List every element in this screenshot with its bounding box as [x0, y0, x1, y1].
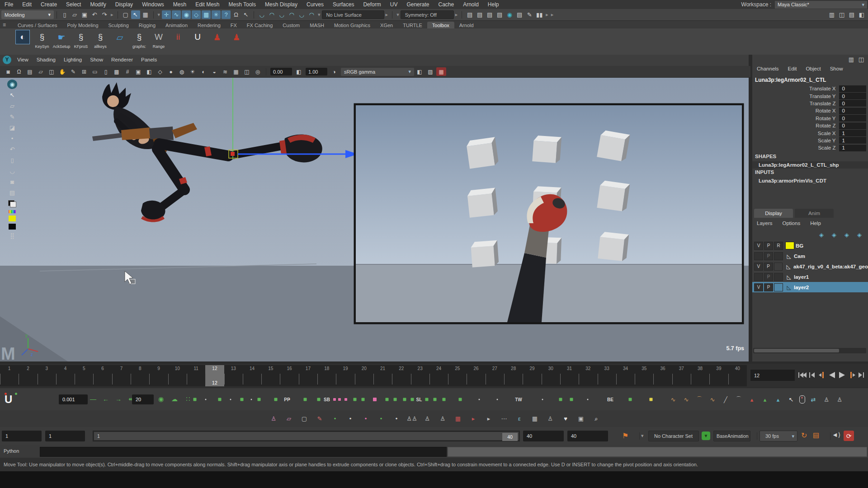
ease-curve-3-icon[interactable]: ⌒ [695, 395, 704, 404]
track-marker[interactable] [434, 398, 437, 401]
select-component-icon[interactable]: ▦ [141, 10, 150, 19]
key-teal-icon[interactable]: ▴ [774, 395, 783, 404]
character-set-field[interactable]: No Character Set [648, 431, 699, 441]
playback-end-field[interactable]: 40 [523, 431, 564, 441]
layer-name[interactable]: layer2 [794, 285, 809, 290]
pmenu-item-renderer[interactable]: Renderer [107, 57, 137, 62]
xray-icon[interactable]: ◫ [242, 67, 252, 76]
attr-value-field[interactable]: 1 [839, 145, 866, 151]
menu-item-modify[interactable]: Modify [85, 1, 110, 8]
timeline-frame-31[interactable]: 31 [560, 365, 579, 386]
snap-mesh-icon[interactable]: ✳ [212, 10, 221, 19]
motion-blur-icon[interactable]: ≋ [220, 67, 230, 76]
animation-end-field[interactable]: 40 [567, 431, 608, 441]
timeline-frame-2[interactable]: 2 [19, 365, 37, 386]
track-marker[interactable] [193, 398, 197, 401]
menu-item-curves[interactable]: Curves [302, 1, 328, 8]
magnet-icon[interactable]: ◡ [7, 166, 17, 176]
person-b-icon[interactable]: ♙ [835, 395, 844, 404]
shelf-item-sphere-tool[interactable]: ◐ [14, 30, 32, 49]
timeline-frame-20[interactable]: 20 [355, 365, 373, 386]
toggle-toolbox-icon[interactable]: ◫ [837, 10, 846, 19]
attr-value-field[interactable]: 1 [839, 130, 866, 136]
menu-item-mesh-tools[interactable]: Mesh Tools [224, 1, 260, 8]
tag-icon[interactable]: ▱ [7, 101, 17, 111]
shelf-item-range-tool[interactable]: WRange [150, 30, 168, 49]
command-language-label[interactable]: Python [4, 448, 19, 454]
playblast-icon[interactable]: ▤ [813, 431, 819, 439]
shelf-tab-custom[interactable]: Custom [278, 22, 305, 28]
input-node[interactable]: Luna3p:armorPrimVis_CDT [752, 177, 868, 184]
gamma-field[interactable]: 1.00 [306, 68, 327, 75]
layer-v-toggle[interactable]: V [754, 263, 763, 271]
timeline-frame-11[interactable]: 11 [187, 365, 205, 386]
timeline-frame-17[interactable]: 17 [299, 365, 317, 386]
attr-value-field[interactable]: 0 [839, 108, 866, 114]
play-backwards-button[interactable] [827, 371, 837, 380]
track-marker[interactable] [629, 398, 632, 401]
colorspace-select[interactable]: sRGB gamma ▾ [341, 68, 414, 76]
layer-r-toggle[interactable] [774, 273, 783, 281]
shelf-item-folder-tool[interactable]: ▱ [111, 30, 129, 49]
paint-effects-icon[interactable]: ✎ [525, 10, 534, 19]
shelf-tab-fx-caching[interactable]: FX Caching [242, 22, 278, 28]
grease-pencil-icon[interactable]: ✎ [68, 67, 78, 76]
track-marker[interactable] [317, 398, 321, 401]
auto-keyframe-button[interactable]: ⟳ [844, 431, 854, 441]
shelf-tab-curves-surfaces[interactable]: Curves / Surfaces [13, 22, 62, 28]
lmenu-options[interactable]: Options [783, 221, 801, 226]
track-marker[interactable] [258, 398, 261, 401]
expand-icon[interactable]: ▸ [455, 12, 458, 18]
attr-name[interactable]: Rotate Z [752, 123, 839, 128]
layer-empty-icon[interactable]: ◈ [842, 230, 851, 239]
person-pencil-icon[interactable]: ♙ [438, 414, 447, 423]
chevron-down-icon[interactable]: ▾ [318, 12, 321, 18]
pause-viewport-icon[interactable]: ▮▮ [535, 10, 544, 19]
gate-mask-icon[interactable]: ▩ [112, 67, 122, 76]
track-marker[interactable] [542, 399, 543, 400]
viewport[interactable]: y z M [0, 77, 749, 361]
undo-arrow-icon[interactable]: ↶ [7, 145, 17, 154]
bookmark-flag-icon[interactable]: ⚑ [622, 432, 628, 440]
shelf-tab-xgen[interactable]: XGen [375, 22, 398, 28]
render-view-icon[interactable]: ▤ [465, 10, 474, 19]
anim-layer-icon[interactable]: ▼ [702, 432, 710, 440]
track-marker[interactable] [241, 398, 244, 401]
shelf-tab-rendering[interactable]: Rendering [193, 22, 226, 28]
yellow-swatch[interactable] [9, 216, 16, 221]
range-end-handle[interactable]: 40 [502, 433, 518, 441]
timeline-frame-10[interactable]: 10 [168, 365, 187, 386]
layer-p-toggle[interactable]: P [764, 263, 773, 271]
track-marker[interactable] [587, 399, 589, 400]
person-pair-icon[interactable]: ♙♙ [407, 414, 416, 423]
timeline-frame-9[interactable]: 9 [149, 365, 168, 386]
attr-name[interactable]: Rotate Y [752, 116, 839, 121]
timeline-frame-37[interactable]: 37 [672, 365, 691, 386]
pmenu-item-view[interactable]: View [13, 57, 33, 62]
layer-v-toggle[interactable]: V [754, 242, 763, 250]
shelf-tab-sculpting[interactable]: Sculpting [104, 22, 134, 28]
render-pr-icon[interactable]: ▤ [485, 10, 494, 19]
track-marker[interactable] [459, 398, 462, 401]
shape-node[interactable]: Luna3p:legArmor02_L_CTL_shp [752, 161, 868, 169]
menu-item-uv[interactable]: UV [386, 1, 402, 8]
track-marker[interactable] [411, 398, 414, 401]
attr-name[interactable]: Scale X [752, 131, 839, 136]
shelf-tab-rigging[interactable]: Rigging [134, 22, 160, 28]
layer-editor-tab-icon[interactable]: ◫ [857, 55, 866, 64]
timeline-frame-22[interactable]: 22 [392, 365, 410, 386]
person-plus-icon[interactable]: ♙ [546, 414, 555, 423]
expand-icon[interactable]: ▸ [551, 12, 554, 18]
construction-b-icon[interactable]: ◠ [307, 10, 316, 19]
symmetry-field[interactable]: Symmetry: Off [401, 10, 454, 19]
timeline-frame-15[interactable]: 15 [261, 365, 280, 386]
grid-icon[interactable]: ▦ [530, 414, 539, 423]
textured-icon[interactable]: ◍ [177, 67, 187, 76]
channel-box-tab-icon[interactable]: ▥ [847, 55, 856, 64]
safe-title-icon[interactable]: ◧ [144, 67, 154, 76]
cb-menu-edit[interactable]: Edit [788, 66, 797, 71]
layer-v-toggle[interactable] [754, 273, 763, 281]
track-marker[interactable] [386, 398, 389, 401]
two-d-pan-icon[interactable]: ✋ [57, 67, 67, 76]
cb-menu-show[interactable]: Show [830, 66, 843, 71]
